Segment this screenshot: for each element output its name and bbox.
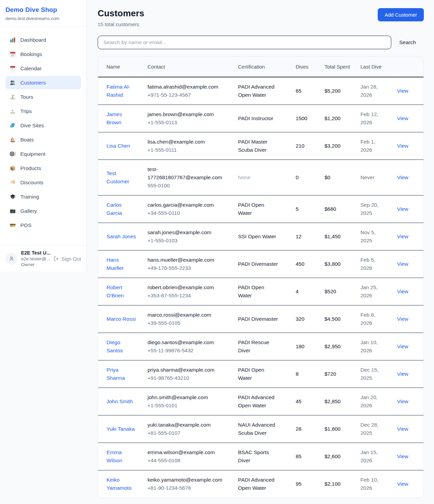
- customer-name-link[interactable]: Marco Rossi: [106, 316, 136, 322]
- column-header-certification: Certification: [238, 56, 296, 77]
- sidebar-item-label: Dive Sites: [20, 123, 44, 129]
- customer-dives: 1500: [296, 105, 324, 132]
- sidebar-item-trips[interactable]: Trips: [5, 105, 81, 118]
- customer-actions-cell: View: [397, 77, 424, 105]
- table-row: Diego Santos diego.santos@example.com +5…: [98, 333, 424, 360]
- customer-total-spent: $0: [324, 160, 360, 195]
- customer-certification-cell: PADI Divemaster: [238, 305, 296, 333]
- view-customer-link[interactable]: View: [397, 143, 408, 149]
- customer-actions-cell: View: [397, 223, 424, 250]
- view-customer-link[interactable]: View: [397, 174, 408, 180]
- customer-name-link[interactable]: Fatima Al-Rashid: [106, 84, 130, 98]
- customer-name-link[interactable]: Robert O'Brien: [106, 284, 124, 298]
- customer-name-link[interactable]: Sarah Jones: [106, 234, 136, 239]
- add-customer-button[interactable]: Add Customer: [378, 8, 424, 21]
- sidebar-item-customers[interactable]: Customers: [5, 76, 81, 89]
- customer-name-link[interactable]: Yuki Tanaka: [106, 426, 135, 432]
- customer-name-link[interactable]: Lisa Chen: [106, 143, 130, 149]
- customer-actions-cell: View: [397, 195, 424, 223]
- sidebar-item-gallery[interactable]: Gallery: [5, 204, 81, 218]
- search-button[interactable]: Search: [391, 39, 424, 45]
- customer-certification-cell: PADI Rescue Diver: [238, 333, 296, 360]
- sidebar-item-pos[interactable]: POS: [5, 219, 81, 232]
- customer-name-cell: Robert O'Brien: [98, 278, 147, 305]
- customer-total-spent: $2,850: [324, 388, 360, 415]
- customer-certification-cell: SSI Open Water: [238, 223, 296, 250]
- customer-email: john.smith@example.com: [147, 393, 222, 402]
- sign-out-icon: [53, 256, 59, 262]
- customer-name-cell: Diego Santos: [98, 333, 147, 360]
- view-customer-link[interactable]: View: [397, 371, 408, 377]
- customer-name-link[interactable]: Test Customer: [106, 170, 129, 184]
- sidebar-item-training[interactable]: Training: [5, 190, 81, 203]
- customer-name-link[interactable]: Diego Santos: [106, 339, 123, 353]
- view-customer-link[interactable]: View: [397, 88, 408, 94]
- package-icon: [9, 165, 16, 171]
- search-bar: Search: [98, 36, 424, 49]
- sidebar-item-boats[interactable]: Boats: [5, 133, 81, 146]
- customer-phone: +1-555-0111: [147, 146, 222, 154]
- svg-text:17: 17: [12, 54, 14, 57]
- sailboat-icon: [9, 136, 16, 143]
- customer-total-spent: $3,800: [324, 250, 360, 278]
- sidebar-item-dive-sites[interactable]: Dive Sites: [5, 119, 81, 132]
- view-customer-link[interactable]: View: [397, 343, 408, 349]
- label-tag-icon: [9, 179, 16, 186]
- graduation-cap-icon: [9, 193, 16, 200]
- customer-phone: +1-555-0103: [147, 237, 222, 245]
- customer-name-link[interactable]: Hans Mueller: [106, 257, 124, 271]
- customer-certification-cell: PADI Open Water: [238, 195, 296, 223]
- sidebar-item-label: Equipment: [20, 151, 45, 157]
- customer-name-link[interactable]: John Smith: [106, 398, 133, 404]
- view-customer-link[interactable]: View: [397, 288, 408, 294]
- customer-name-cell: Fatima Al-Rashid: [98, 77, 147, 105]
- sidebar-item-calendar[interactable]: Calendar: [5, 62, 81, 75]
- customer-total-spent: $1,200: [324, 105, 360, 132]
- table-row: Yuki Tanaka yuki.tanaka@example.com +81-…: [98, 415, 424, 443]
- view-customer-link[interactable]: View: [397, 234, 408, 239]
- sign-out-button[interactable]: Sign Out: [53, 256, 81, 262]
- view-customer-link[interactable]: View: [397, 261, 408, 267]
- sidebar-item-label: Tours: [20, 94, 33, 100]
- sidebar-item-discounts[interactable]: Discounts: [5, 176, 81, 189]
- customer-contact-cell: sarah.jones@example.com +1-555-0103: [147, 223, 238, 250]
- customer-name-link[interactable]: Emma Wilson: [106, 449, 122, 463]
- view-customer-link[interactable]: View: [397, 206, 408, 212]
- user-role: Owner: [21, 262, 50, 267]
- customer-email: hans.mueller@example.com: [147, 256, 222, 264]
- customer-certification: PADI Divemaster: [238, 316, 278, 322]
- customer-last-dive: Feb 8, 2026: [360, 305, 397, 333]
- view-customer-link[interactable]: View: [397, 398, 408, 404]
- customer-contact-cell: robert.obrien@example.com +353-87-555-12…: [147, 278, 238, 305]
- customer-name-link[interactable]: James Brown: [106, 111, 122, 125]
- view-customer-link[interactable]: View: [397, 453, 408, 459]
- user-name: E2E Test U...: [21, 250, 50, 256]
- customer-last-dive: Feb 12, 2026: [360, 105, 397, 132]
- customer-name-link[interactable]: Carlos Garcia: [106, 202, 122, 216]
- view-customer-link[interactable]: View: [397, 481, 408, 487]
- customer-dives: 450: [296, 250, 324, 278]
- view-customer-link[interactable]: View: [397, 426, 408, 432]
- user-email: e2e-tester@...: [21, 256, 50, 261]
- customer-email: lisa.chen@example.com: [147, 138, 222, 146]
- view-customer-link[interactable]: View: [397, 115, 408, 121]
- sidebar-item-dashboard[interactable]: Dashboard: [5, 33, 81, 46]
- customer-last-dive: Jan 25, 2026: [360, 278, 397, 305]
- sidebar-item-products[interactable]: Products: [5, 162, 81, 175]
- sidebar-item-equipment[interactable]: Equipment: [5, 147, 81, 161]
- search-input[interactable]: [98, 36, 391, 49]
- sidebar-item-bookings[interactable]: 17 Bookings: [5, 48, 81, 61]
- customer-certification-cell: PADI Advanced Open Water: [238, 470, 296, 498]
- customer-certification: SSI Open Water: [238, 234, 276, 239]
- sidebar-item-tours[interactable]: Tours: [5, 90, 81, 104]
- customer-name-link[interactable]: Keiko Yamamoto: [106, 477, 132, 491]
- customer-dives: 180: [296, 333, 324, 360]
- customer-name-link[interactable]: Priya Sharma: [106, 367, 125, 381]
- view-customer-link[interactable]: View: [397, 316, 408, 322]
- customer-email: sarah.jones@example.com: [147, 228, 222, 237]
- customer-certification: PADI Instructor: [238, 115, 273, 121]
- sidebar-item-label: Training: [20, 194, 39, 200]
- customer-email: priya.sharma@example.com: [147, 366, 222, 374]
- customer-certification-cell: PADI Open Water: [238, 278, 296, 305]
- shop-domain: demo.test.divestreams.com: [5, 16, 81, 21]
